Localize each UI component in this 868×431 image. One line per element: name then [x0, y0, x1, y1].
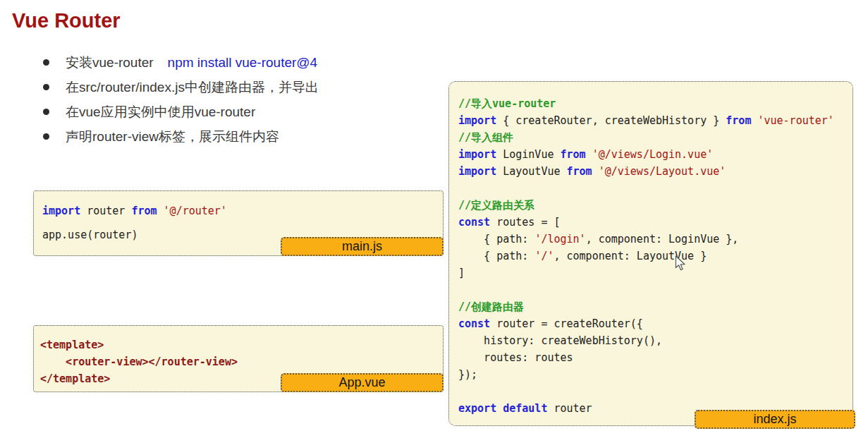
indexjs-code: //导入vue-routerimport { createRouter, cre… — [449, 82, 852, 417]
file-label-appvue: App.vue — [281, 373, 444, 392]
mainjs-code: import router from '@/router' app.use(ro… — [34, 191, 443, 241]
npm-command-text: npm install vue-router@4 — [168, 55, 318, 71]
bullet-text: 声明router-view标签，展示组件内容 — [66, 128, 279, 146]
file-label-mainjs: main.js — [281, 237, 444, 256]
bullet-text: 在vue应用实例中使用vue-router — [66, 103, 255, 121]
bullet-dot — [43, 84, 49, 90]
bullet-dot — [43, 109, 49, 115]
bullet-dot — [43, 59, 49, 66]
bullet-item-install: 安装vue-router npm install vue-router@4 — [43, 50, 319, 75]
bullet-text: 在src/router/index.js中创建路由器，并导出 — [66, 78, 319, 97]
file-label-indexjs: index.js — [695, 410, 855, 429]
slide: Vue Router 安装vue-router npm install vue-… — [0, 0, 868, 431]
bullet-item-create-router: 在src/router/index.js中创建路由器，并导出 — [43, 75, 319, 99]
code-box-indexjs: //导入vue-routerimport { createRouter, cre… — [448, 81, 853, 426]
bullet-item-router-view: 声明router-view标签，展示组件内容 — [43, 124, 319, 149]
bullet-item-use-router: 在vue应用实例中使用vue-router — [43, 99, 319, 124]
page-title: Vue Router — [12, 9, 121, 32]
bullet-dot — [43, 133, 49, 140]
bullet-list: 安装vue-router npm install vue-router@4 在s… — [43, 50, 319, 149]
mouse-cursor-icon — [675, 255, 686, 272]
bullet-text: 安装vue-router — [66, 54, 154, 72]
